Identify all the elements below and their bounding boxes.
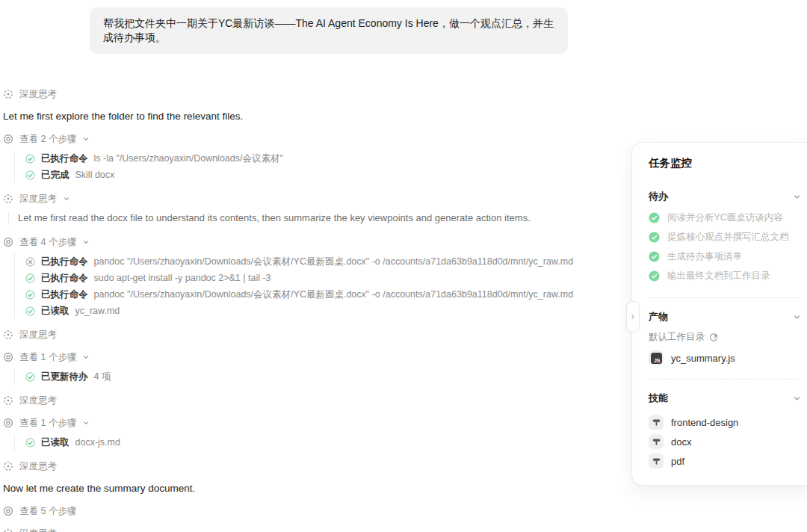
steps-icon (3, 506, 13, 516)
view-steps-label: 查看 1 个步骤 (19, 417, 76, 430)
step-detail: sudo apt-get install -y pandoc 2>&1 | ta… (94, 273, 271, 283)
workdir-label: 默认工作目录 (649, 331, 705, 344)
open-external-icon[interactable] (709, 332, 719, 342)
artifacts-section-header[interactable]: 产物 (649, 310, 801, 324)
step-item: 已执行命令 ls -la "/Users/zhaoyaxin/Downloads… (25, 150, 578, 167)
view-steps-label: 查看 2 个步骤 (19, 133, 76, 146)
deep-think-toggle[interactable]: 深度思考 (3, 328, 578, 341)
deep-think-label: 深度思考 (19, 528, 57, 532)
step-detail: yc_raw.md (75, 306, 120, 316)
step-action: 已执行命令 (41, 288, 88, 301)
thinking-icon (3, 330, 13, 340)
deep-think-label: 深度思考 (19, 460, 57, 473)
step-item: 已更新待办 4 项 (25, 368, 578, 385)
error-circle-icon (25, 257, 35, 267)
chevron-down-icon (793, 313, 801, 321)
step-item: 已读取 docx-js.md (25, 434, 578, 451)
skill-label: pdf (671, 456, 684, 467)
thinking-icon (3, 528, 13, 532)
thinking-icon (3, 194, 13, 204)
skills-section-label: 技能 (649, 392, 668, 405)
chevron-down-icon (82, 353, 90, 361)
step-action: 已执行命令 (41, 152, 88, 165)
skill-row[interactable]: frontend-design (649, 412, 801, 432)
check-circle-icon (25, 372, 35, 382)
task-monitor-panel: 任务监控 待办 阅读并分析YC圆桌访谈内容 提炼核心观点并撰写汇总文档 生成待办… (631, 142, 807, 486)
deep-think-toggle[interactable]: 深度思考 (3, 192, 578, 205)
deep-think-toggle[interactable]: 深度思考 (3, 527, 578, 532)
chevron-down-icon (82, 419, 90, 427)
panel-title: 任务监控 (649, 156, 801, 170)
todo-item: 提炼核心观点并撰写汇总文档 (649, 227, 801, 247)
thinking-icon (3, 89, 13, 99)
skill-label: frontend-design (671, 417, 738, 428)
check-circle-icon (25, 273, 35, 283)
check-circle-icon (25, 438, 35, 448)
step-detail: 4 项 (94, 371, 111, 383)
view-steps-toggle[interactable]: 查看 5 个步骤 (3, 504, 578, 518)
step-item: 已完成 Skill docx (25, 167, 578, 183)
skill-row[interactable]: docx (649, 432, 801, 451)
deep-think-toggle[interactable]: 深度思考 (3, 460, 578, 473)
steps-list: 已执行命令 pandoc "/Users/zhaoyaxin/Downloads… (14, 253, 578, 319)
deep-think-toggle[interactable]: 深度思考 (3, 87, 578, 101)
step-item: 已执行命令 pandoc "/Users/zhaoyaxin/Downloads… (25, 253, 578, 270)
todo-list: 阅读并分析YC圆桌访谈内容 提炼核心观点并撰写汇总文档 生成待办事项清单 输出最… (649, 208, 801, 285)
steps-list: 已读取 docx-js.md (14, 434, 578, 451)
view-steps-toggle[interactable]: 查看 4 个步骤 (3, 235, 578, 249)
hammer-icon (649, 415, 664, 430)
check-circle-icon (25, 170, 35, 180)
panel-collapse-handle[interactable] (626, 301, 640, 332)
user-message-bubble: 帮我把文件夹中一期关于YC最新访谈——The AI Agent Economy … (90, 7, 568, 54)
assistant-text: Let me first explore the folder to find … (3, 110, 578, 123)
skill-list: frontend-design docx pdf (649, 412, 801, 471)
chat-timeline: 帮我把文件夹中一期关于YC最新访谈——The AI Agent Economy … (3, 0, 578, 532)
step-detail: ls -la "/Users/zhaoyaxin/Downloads/会议素材" (94, 152, 283, 165)
view-steps-toggle[interactable]: 查看 1 个步骤 (3, 350, 578, 364)
check-filled-icon (649, 232, 660, 243)
thinking-icon (3, 395, 13, 406)
step-item: 已读取 yc_raw.md (25, 303, 578, 319)
check-circle-icon (25, 290, 35, 300)
steps-list: 已执行命令 ls -la "/Users/zhaoyaxin/Downloads… (14, 150, 578, 183)
step-detail: pandoc "/Users/zhaoyaxin/Downloads/会议素材/… (94, 288, 574, 301)
skill-row[interactable]: pdf (649, 451, 801, 471)
hammer-icon (649, 454, 664, 468)
check-circle-icon (25, 306, 35, 316)
view-steps-toggle[interactable]: 查看 2 个步骤 (3, 132, 578, 146)
todo-section-header[interactable]: 待办 (649, 190, 801, 203)
deep-think-toggle[interactable]: 深度思考 (3, 394, 578, 407)
hammer-icon (649, 434, 664, 449)
workdir-row: 默认工作目录 (649, 331, 801, 343)
step-action: 已读取 (41, 436, 69, 449)
step-action: 已完成 (41, 169, 69, 182)
steps-icon (3, 237, 13, 247)
skills-section-header[interactable]: 技能 (649, 392, 801, 405)
deep-think-label: 深度思考 (19, 329, 57, 341)
step-action: 已读取 (41, 305, 69, 318)
steps-icon (3, 418, 13, 428)
chevron-right-icon (630, 314, 636, 320)
step-detail: docx-js.md (75, 437, 120, 448)
view-steps-label: 查看 1 个步骤 (19, 351, 76, 364)
steps-icon (3, 352, 13, 362)
dashed-divider (649, 379, 801, 380)
chevron-down-icon (63, 195, 70, 202)
todo-item-label: 提炼核心观点并撰写汇总文档 (667, 231, 789, 244)
view-steps-toggle[interactable]: 查看 1 个步骤 (3, 416, 578, 430)
todo-item-label: 输出最终文档到工作目录 (667, 270, 770, 282)
todo-section-label: 待办 (649, 190, 668, 203)
deep-think-label: 深度思考 (19, 88, 57, 101)
step-detail: pandoc "/Users/zhaoyaxin/Downloads/会议素材/… (94, 256, 574, 268)
chevron-down-icon (793, 395, 801, 403)
step-item: 已执行命令 sudo apt-get install -y pandoc 2>&… (25, 270, 578, 286)
step-detail: Skill docx (75, 170, 115, 180)
todo-item-label: 阅读并分析YC圆桌访谈内容 (667, 211, 783, 224)
chevron-down-icon (82, 238, 90, 246)
artifact-file-row[interactable]: JS yc_summary.js (649, 349, 801, 367)
skill-label: docx (671, 436, 691, 448)
step-item: 已执行命令 pandoc "/Users/zhaoyaxin/Downloads… (25, 286, 578, 303)
todo-item: 生成待办事项清单 (649, 247, 801, 266)
assistant-text: Now let me create the summary document. (3, 482, 578, 495)
check-filled-icon (649, 212, 660, 223)
